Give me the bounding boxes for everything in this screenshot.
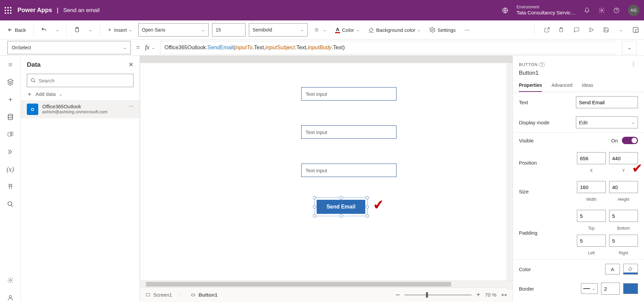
text-input-body[interactable]: Text input [301,164,396,177]
fit-to-screen-button[interactable] [501,292,507,298]
send-email-button[interactable]: Send Email [317,200,365,214]
equals-sign: = [136,44,140,51]
environment-picker[interactable]: Environment Tata Consultancy Servic… [517,5,576,15]
data-search-field[interactable] [39,78,130,83]
prop-width-input[interactable] [577,181,606,193]
save-split-icon[interactable]: ⌄ [617,26,625,34]
svg-point-5 [432,29,433,31]
zoom-in-button[interactable]: + [476,291,480,299]
undo-split-button[interactable]: ⌄ [53,24,62,36]
virtual-agent-icon[interactable] [6,293,15,302]
prop-fill-color-swatch[interactable] [623,264,638,275]
fx-icon[interactable]: fx ⌄ [145,44,155,51]
data-source-item[interactable]: O Office365Outlook ashish@ashishg.onmicr… [21,100,140,118]
font-weight-select[interactable]: Semibold⌄ [249,23,308,37]
prop-pad-left-input[interactable] [577,235,606,247]
canvas-ruler [140,56,513,63]
font-size-input[interactable]: 15 [212,23,246,37]
breadcrumb-control[interactable]: Button1 [191,292,218,298]
prop-text-input[interactable] [576,96,638,108]
breadcrumb-screen[interactable]: Screen1 [145,292,172,298]
font-family-select[interactable]: Open Sans⌄ [138,23,209,37]
search-rail-icon[interactable] [6,200,15,208]
text-input-subject[interactable]: Text input [301,125,396,139]
property-selector[interactable]: OnSelect ⌄ [7,41,131,54]
tools-icon[interactable] [6,182,15,191]
prop-height-input[interactable] [609,181,638,193]
data-source-more-button[interactable]: ⋯ [129,104,133,109]
bg-color-button[interactable]: Background color ⌄ [366,24,424,36]
user-avatar[interactable]: AG [628,5,639,16]
prop-visible-toggle[interactable] [622,137,638,144]
prop-visible-label: Visible [519,138,534,143]
variables-icon[interactable]: (x) [6,165,15,174]
back-button[interactable]: Back [5,24,29,36]
canvas-area[interactable]: Text input Text input Text input Send Em… [140,63,513,281]
app-name: Send an email [63,7,100,14]
prop-pad-bottom-input[interactable] [609,210,638,222]
app-checker-icon[interactable] [558,26,566,34]
help-icon[interactable] [613,7,620,14]
text-input-to[interactable]: Text input [301,87,396,101]
help-badge-icon[interactable]: ? [539,62,545,67]
tab-ideas[interactable]: Ideas [582,80,593,92]
insert-pane-icon[interactable] [6,78,15,86]
power-automate-icon[interactable] [6,147,15,156]
share-icon[interactable] [543,26,551,34]
paste-split-button[interactable]: ⌄ [86,24,95,36]
zoom-value: 70 [485,292,491,298]
prop-displaymode-label: Display mode [519,120,549,125]
left-nav-rail: (x) [0,56,21,302]
align-button[interactable]: ⌄ [311,24,329,36]
bg-color-label: Background color [376,27,416,33]
svg-rect-18 [146,293,150,296]
settings-button[interactable]: Settings [427,24,458,36]
zoom-out-button[interactable]: − [395,291,400,299]
insert-button[interactable]: Insert ⌄ [105,24,135,36]
preview-play-icon[interactable] [588,26,595,34]
prop-border-width-input[interactable] [601,283,620,295]
canvas-vertical-scrollbar[interactable] [506,63,513,290]
settings-rail-icon[interactable] [6,276,15,285]
prop-border-style-select[interactable]: ⌄ [581,283,598,294]
panel-collapse-icon[interactable]: 〉 [632,60,638,68]
tree-view-icon[interactable] [6,60,15,69]
save-icon[interactable] [602,26,610,34]
comments-icon[interactable] [573,26,580,34]
font-color-button[interactable]: A Color ⌄ [332,24,362,36]
data-pane-icon[interactable] [6,113,15,121]
add-data-button[interactable]: Add data ⌄ [27,91,133,97]
prop-pad-right-input[interactable] [609,235,638,247]
tab-advanced[interactable]: Advanced [551,80,572,92]
prop-font-color-swatch[interactable]: A [605,264,620,275]
environment-icon[interactable] [502,7,508,14]
overflow-button[interactable]: ⋯ [462,24,472,36]
notifications-icon[interactable] [584,7,590,14]
svg-point-16 [9,295,11,298]
paste-button[interactable] [71,24,83,36]
close-panel-button[interactable]: ✕ [128,61,133,68]
add-pane-icon[interactable] [6,95,15,104]
properties-panel: BUTTON ? 〉 Button1 Properties Advanced I… [513,56,644,302]
annotation-check-icon: ✔ [372,197,385,213]
font-size-value: 15 [216,27,221,33]
zoom-slider[interactable] [405,294,472,296]
prop-displaymode-select[interactable]: Edit⌄ [576,116,638,128]
formula-expand-button[interactable]: ⌄ [622,41,637,54]
app-launcher-icon[interactable] [5,7,11,14]
canvas-horizontal-scrollbar[interactable] [140,281,513,287]
undo-button[interactable] [38,24,50,36]
publish-icon[interactable] [632,26,639,34]
prop-pad-top-input[interactable] [577,210,606,222]
prop-pos-x-input[interactable] [577,152,606,164]
data-search-input[interactable] [27,74,133,87]
prop-padding-label: Padding [519,230,537,236]
add-data-label: Add data [36,91,56,97]
media-pane-icon[interactable] [6,130,15,139]
formula-input[interactable]: Office365Outlook.SendEmail(inputTo.Text,… [160,41,616,54]
settings-gear-icon[interactable] [598,7,605,14]
control-name: Button1 [513,70,644,80]
settings-label: Settings [437,27,455,33]
prop-border-color-swatch[interactable] [623,283,638,294]
tab-properties[interactable]: Properties [519,80,542,92]
